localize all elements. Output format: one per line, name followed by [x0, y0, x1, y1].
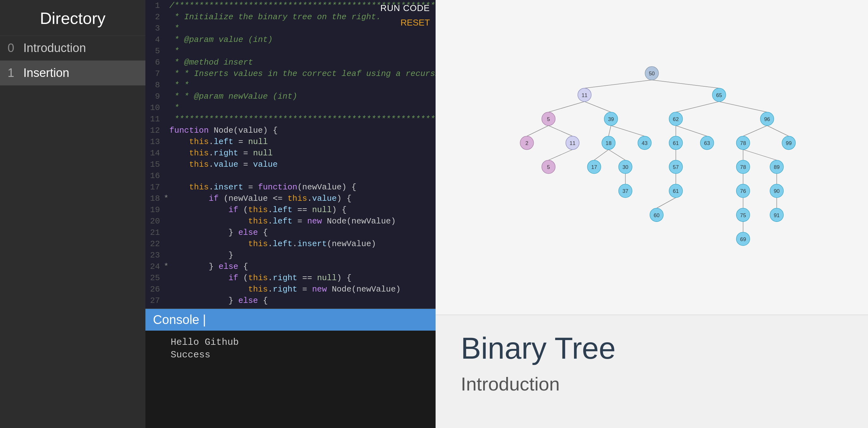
tree-edge [743, 150, 777, 160]
sidebar-item-insertion[interactable]: 1Insertion [0, 61, 146, 86]
line-number: 14 [146, 147, 164, 159]
tree-node[interactable]: 76 [737, 184, 750, 198]
code-line: 4 * @param value (int) [146, 34, 436, 45]
node-label: 37 [622, 188, 628, 194]
line-content: this.value = value [169, 159, 436, 170]
line-content: * @param value (int) [169, 34, 436, 45]
code-line: 22 this.left.insert(newValue) [146, 238, 436, 250]
line-content: * * Inserts values in the correct leaf u… [169, 68, 436, 79]
node-label: 5 [547, 116, 550, 122]
tree-node[interactable]: 17 [587, 160, 601, 174]
tree-edge [719, 101, 767, 112]
code-line: 15 this.value = value [146, 159, 436, 170]
tree-edge [549, 150, 572, 160]
tree-node[interactable]: 39 [604, 112, 618, 126]
code-line: 26 this.right = new Node(newValue) [146, 284, 436, 295]
tree-node[interactable]: 2 [520, 136, 534, 150]
tree-node[interactable]: 90 [770, 184, 783, 198]
line-number: 5 [146, 45, 164, 57]
console-line: Success [170, 350, 410, 360]
node-label: 61 [673, 140, 679, 146]
line-number: 3 [146, 23, 164, 34]
console-line: Hello Github [170, 337, 410, 348]
tree-node[interactable]: 30 [619, 160, 632, 174]
code-line: 19 if (this.left == null) { [146, 204, 436, 216]
run-code-button[interactable]: RUN CODE [380, 3, 430, 13]
sidebar-item-label: Insertion [23, 66, 69, 80]
reset-button[interactable]: RESET [401, 18, 430, 28]
tree-node[interactable]: 50 [645, 66, 658, 80]
line-number: 25 [146, 272, 164, 284]
node-label: 76 [740, 188, 746, 194]
code-line: 5 * [146, 45, 436, 57]
tree-node[interactable]: 91 [770, 208, 783, 222]
node-label: 78 [740, 140, 746, 146]
tree-node[interactable]: 63 [700, 136, 714, 150]
code-line: 6 * @method insert [146, 57, 436, 68]
tree-node[interactable]: 11 [566, 136, 580, 150]
line-number: 21 [146, 227, 164, 238]
tree-node[interactable]: 65 [712, 88, 726, 102]
line-content: } [169, 250, 436, 261]
tree-node[interactable]: 5 [542, 160, 555, 174]
tree-node[interactable]: 43 [638, 136, 651, 150]
node-label: 17 [591, 164, 597, 170]
code-line: 28 this.right.insert(newValue) [146, 306, 436, 308]
node-label: 39 [608, 116, 614, 122]
line-content: this.left = new Node(newValue) [169, 216, 436, 227]
line-marker: * [164, 193, 169, 204]
code-line: 12function Node(value) { [146, 125, 436, 136]
console-output: Hello GithubSuccess [146, 331, 436, 428]
line-marker: * [164, 261, 169, 272]
tree-node[interactable]: 78 [737, 136, 750, 150]
line-number: 7 [146, 68, 164, 79]
node-label: 69 [740, 236, 746, 242]
tree-node[interactable]: 78 [737, 160, 750, 174]
tree-node[interactable]: 99 [782, 136, 796, 150]
tree-edge [527, 126, 549, 136]
node-label: 62 [673, 116, 679, 122]
line-number: 9 [146, 91, 164, 102]
tree-node[interactable]: 61 [669, 184, 683, 198]
tree-node[interactable]: 96 [761, 112, 774, 126]
line-content: function Node(value) { [169, 125, 436, 136]
line-content: * @method insert [169, 57, 436, 68]
tree-node[interactable]: 60 [650, 208, 663, 222]
code-line: 27 } else { [146, 295, 436, 306]
tree-edge [676, 126, 707, 136]
code-line: 17 this.insert = function(newValue) { [146, 182, 436, 193]
tree-node[interactable]: 37 [619, 184, 632, 198]
line-number: 4 [146, 34, 164, 45]
code-scroll[interactable]: 1/**************************************… [146, 0, 436, 308]
sidebar-item-number: 0 [7, 41, 17, 55]
code-line: 3 * [146, 23, 436, 34]
tree-visualization: 5011655396296211184361637899517305778893… [436, 0, 868, 315]
tree-node[interactable]: 61 [669, 136, 683, 150]
line-content: * * [169, 79, 436, 91]
tree-node[interactable]: 89 [770, 160, 783, 174]
line-content: * [169, 23, 436, 34]
node-label: 99 [786, 140, 792, 146]
tree-node[interactable]: 69 [737, 232, 750, 246]
tree-node[interactable]: 57 [669, 160, 683, 174]
code-lines: 1/**************************************… [146, 0, 436, 308]
tree-edge [676, 101, 719, 112]
line-number: 18 [146, 193, 164, 204]
tree-edge [584, 80, 652, 88]
sidebar-item-label: Introduction [23, 41, 86, 55]
code-line: 13 this.left = null [146, 136, 436, 147]
tree-node[interactable]: 11 [578, 88, 591, 102]
tree-node[interactable]: 18 [602, 136, 615, 150]
code-line: 21 } else { [146, 227, 436, 238]
line-content: this.right = null [169, 147, 436, 159]
line-content: this.right = new Node(newValue) [169, 284, 436, 295]
tree-edge [594, 150, 609, 160]
tree-node[interactable]: 5 [542, 112, 555, 126]
tree-node[interactable]: 62 [669, 112, 683, 126]
tree-edge [652, 80, 719, 88]
line-content: } else { [169, 295, 436, 306]
line-number: 15 [146, 159, 164, 170]
sidebar-item-introduction[interactable]: 0Introduction [0, 36, 146, 61]
line-number: 16 [146, 170, 164, 182]
tree-node[interactable]: 75 [737, 208, 750, 222]
